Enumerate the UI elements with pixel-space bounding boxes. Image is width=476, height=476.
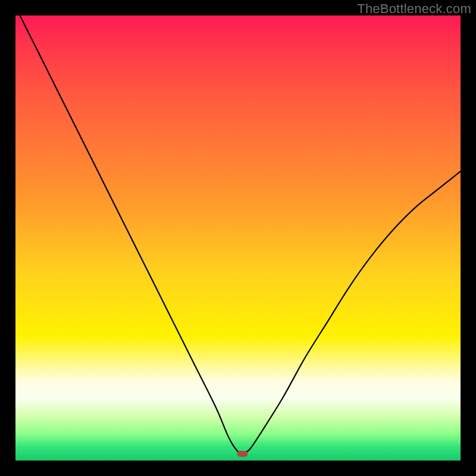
optimum-marker [237, 451, 248, 457]
bottleneck-curve-path [15, 15, 461, 453]
bottleneck-curve-svg [15, 15, 461, 461]
chart-frame: TheBottleneck.com [0, 0, 476, 476]
watermark-text: TheBottleneck.com [357, 1, 471, 17]
plot-area [15, 15, 461, 461]
